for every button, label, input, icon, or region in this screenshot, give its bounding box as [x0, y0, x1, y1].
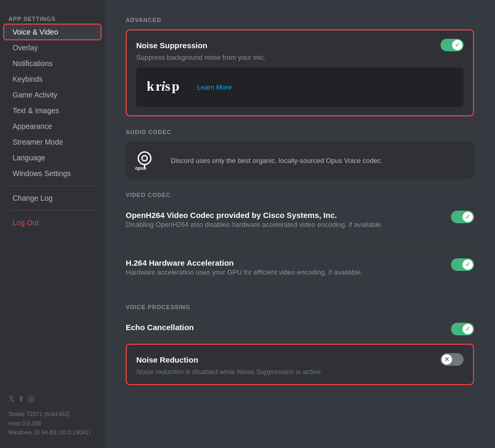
social-links [0, 390, 105, 408]
krisp-box: k r i s p Learn More [136, 68, 464, 107]
opus-logo: opus [135, 150, 162, 171]
noise-reduction-row: Noise Reduction ✕ [136, 353, 464, 366]
sidebar-item-overlay[interactable]: Overlay [4, 40, 101, 55]
opus-svg: opus [135, 150, 162, 171]
h264-accel-desc: Hardware acceleration uses your GPU for … [126, 268, 441, 276]
divider-1 [126, 243, 474, 244]
svg-text:k: k [147, 79, 155, 94]
audio-codec-desc: Discord uses only the best organic, loca… [171, 157, 383, 165]
noise-suppression-toggle[interactable]: ✓ [441, 39, 464, 51]
openh264-label: OpenH264 Video Codec provided by Cisco S… [126, 211, 441, 220]
openh264-left: OpenH264 Video Codec provided by Cisco S… [126, 211, 451, 228]
noise-reduction-label: Noise Reduction [136, 355, 198, 364]
h264-accel-label: H.264 Hardware Acceleration [126, 258, 441, 267]
svg-point-6 [142, 156, 147, 161]
sidebar-item-keybinds[interactable]: Keybinds [4, 72, 101, 86]
svg-point-5 [138, 152, 151, 165]
toggle-check-icon: ✓ [455, 41, 460, 49]
toggle-knob-noise-reduction: ✕ [442, 354, 452, 365]
learn-more-link[interactable]: Learn More [197, 83, 232, 91]
video-codec-section-title: VIDEO CODEC [126, 192, 474, 198]
krisp-svg: k r i s p [147, 77, 189, 94]
noise-suppression-row: Noise Suppression ✓ [136, 39, 464, 51]
noise-reduction-desc: Noise reduction is disabled while Noise … [136, 368, 464, 376]
twitter-icon[interactable] [8, 394, 15, 403]
openh264-toggle[interactable]: ✓ [451, 211, 474, 223]
sidebar-item-notifications[interactable]: Notifications [4, 56, 101, 71]
svg-text:r: r [156, 79, 161, 94]
sidebar: APP SETTINGS Voice & Video Overlay Notif… [0, 0, 105, 448]
toggle-knob-echo: ✓ [463, 324, 473, 334]
instagram-icon[interactable] [28, 394, 35, 403]
sidebar-item-label: Change Log [13, 194, 52, 202]
version-os: Windows 10 64-Bit (10.0.19041) [8, 428, 96, 438]
svg-text:s: s [165, 79, 170, 94]
version-host: Host 0.0.308 [8, 419, 96, 429]
version-info: Stable 72071 (6cb1462) Host 0.0.308 Wind… [0, 408, 105, 440]
advanced-section-title: ADVANCED [126, 17, 474, 23]
sidebar-divider-2 [8, 210, 96, 211]
noise-suppression-label: Noise Suppression [136, 41, 207, 50]
sidebar-item-label: Language [13, 154, 45, 162]
sidebar-item-text-images[interactable]: Text & Images [4, 103, 101, 118]
h264-accel-toggle[interactable]: ✓ [451, 258, 474, 271]
sidebar-item-changelog[interactable]: Change Log [4, 191, 101, 205]
echo-cancellation-setting: Echo Cancellation ✓ [126, 316, 474, 342]
echo-cancellation-label: Echo Cancellation [126, 323, 441, 332]
sidebar-item-game-activity[interactable]: Game Activity [4, 88, 101, 102]
sidebar-item-label: Text & Images [13, 106, 59, 115]
h264-accel-left: H.264 Hardware Acceleration Hardware acc… [126, 258, 451, 276]
sidebar-item-label: Keybinds [13, 75, 43, 83]
krisp-logo: k r i s p [147, 77, 189, 97]
echo-check-icon: ✓ [465, 325, 470, 333]
divider-2 [126, 291, 474, 291]
voice-processing-section-title: VOICE PROCESSING [126, 304, 474, 310]
noise-suppression-desc: Suppress background noise from your mic. [136, 53, 464, 61]
echo-cancellation-toggle[interactable]: ✓ [451, 323, 474, 335]
sidebar-item-streamer-mode[interactable]: Streamer Mode [4, 135, 101, 149]
svg-text:p: p [172, 79, 179, 94]
sidebar-item-label: Overlay [13, 43, 38, 52]
audio-codec-card: opus Discord uses only the best organic,… [126, 141, 474, 179]
sidebar-item-label: Game Activity [13, 91, 58, 99]
noise-reduction-card: Noise Reduction ✕ Noise reduction is dis… [126, 344, 474, 385]
sidebar-item-language[interactable]: Language [4, 150, 101, 165]
sidebar-item-label: Notifications [13, 59, 52, 68]
noise-reduction-toggle[interactable]: ✕ [441, 353, 464, 366]
facebook-icon[interactable] [20, 394, 23, 403]
sidebar-item-label: Voice & Video [13, 28, 58, 36]
h264-check-icon: ✓ [465, 261, 470, 268]
logout-button[interactable]: Log Out [4, 215, 101, 230]
sidebar-item-appearance[interactable]: Appearance [4, 119, 101, 134]
sidebar-item-windows-settings[interactable]: Windows Settings [4, 166, 101, 181]
main-content: ADVANCED Noise Suppression ✓ Suppress ba… [105, 0, 495, 448]
sidebar-divider [8, 185, 96, 186]
noise-suppression-card: Noise Suppression ✓ Suppress background … [126, 29, 474, 116]
noise-reduction-x-icon: ✕ [444, 356, 449, 363]
toggle-knob-h264: ✓ [463, 259, 473, 270]
svg-text:opus: opus [135, 166, 147, 171]
audio-codec-section-title: AUDIO CODEC [126, 129, 474, 135]
toggle-knob-openh264: ✓ [463, 212, 473, 222]
openh264-setting: OpenH264 Video Codec provided by Cisco S… [126, 204, 474, 235]
version-stable: Stable 72071 (6cb1462) [8, 410, 96, 419]
h264-accel-setting: H.264 Hardware Acceleration Hardware acc… [126, 252, 474, 282]
openh264-check-icon: ✓ [465, 213, 470, 221]
sidebar-item-label: Streamer Mode [13, 138, 63, 146]
echo-cancellation-left: Echo Cancellation [126, 323, 451, 332]
openh264-desc: Disabling OpenH264 also disables hardwar… [126, 221, 441, 228]
sidebar-item-voice-video[interactable]: Voice & Video [4, 25, 101, 39]
sidebar-section-label: APP SETTINGS [0, 13, 105, 24]
toggle-knob: ✓ [452, 40, 463, 50]
sidebar-item-label: Appearance [13, 122, 52, 130]
sidebar-item-label: Windows Settings [13, 169, 71, 178]
